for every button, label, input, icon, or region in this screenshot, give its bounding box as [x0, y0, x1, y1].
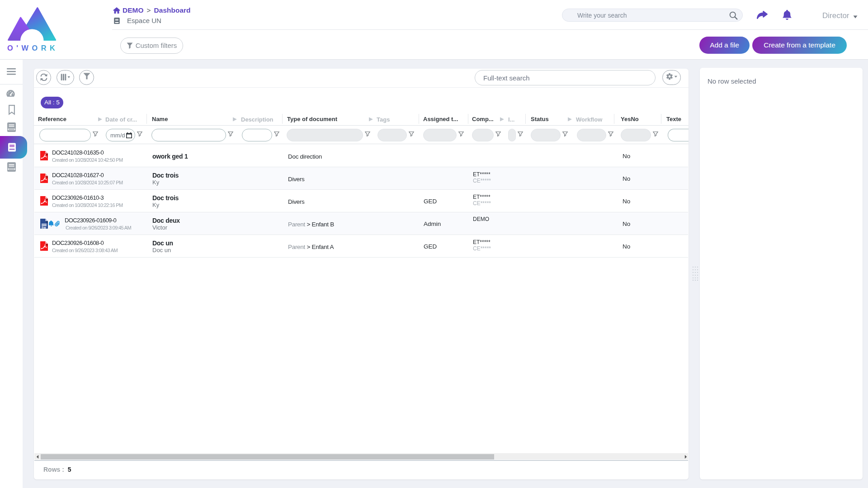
svg-text:O'WORK: O'WORK	[7, 44, 57, 52]
